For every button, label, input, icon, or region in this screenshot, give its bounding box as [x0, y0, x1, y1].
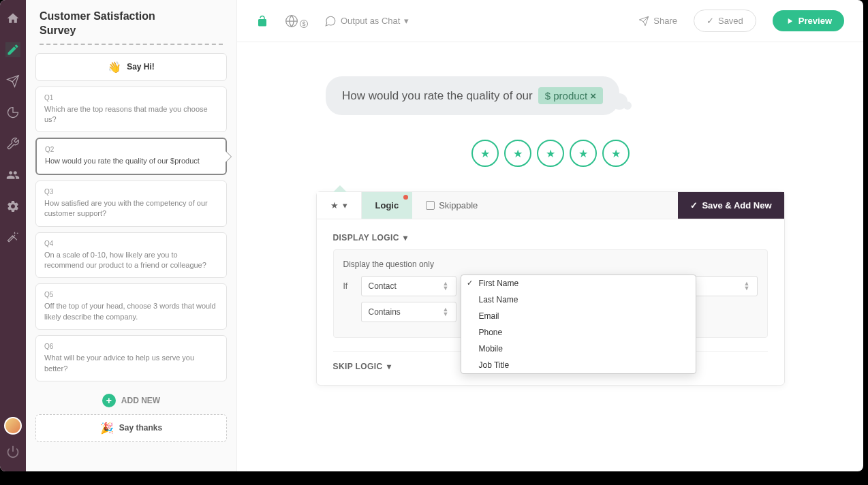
check-icon: ✓ [690, 200, 698, 210]
wand-icon[interactable] [5, 230, 20, 245]
lock-open-icon[interactable] [256, 15, 268, 27]
q-num: Q1 [44, 94, 218, 101]
question-card-q3[interactable]: Q3How satisfied are you with the compete… [35, 181, 227, 227]
nav-rail [0, 0, 26, 471]
dropdown-option[interactable]: Job Title [461, 357, 696, 373]
dropdown-option[interactable]: First Name [461, 275, 696, 292]
question-card-q1[interactable]: Q1Which are the top reasons that made yo… [35, 87, 227, 133]
q-num: Q2 [45, 146, 217, 153]
q-text: How would you rate the quality of our $p… [45, 156, 217, 166]
question-bubble[interactable]: How would you rate the quality of our $ … [326, 76, 619, 115]
team-icon[interactable] [5, 168, 20, 183]
display-logic-helper: Display the question only [343, 260, 758, 269]
remove-variable-icon[interactable]: × [590, 90, 596, 101]
q-num: Q3 [44, 188, 218, 195]
chevron-down-icon: ▾ [343, 200, 347, 210]
dropdown-option[interactable]: Email [461, 308, 696, 324]
q-num: Q5 [44, 291, 218, 298]
question-card-q6[interactable]: Q6What will be your advice to help us se… [35, 335, 227, 381]
star-3[interactable]: ★ [537, 140, 564, 167]
q-num: Q4 [44, 240, 218, 247]
topbar: $ Output as Chat▾ Share ✓Saved Preview [237, 0, 863, 42]
say-hi-label: Say Hi! [127, 62, 155, 72]
chevron-down-icon: ▾ [404, 16, 409, 26]
editor-body: DISPLAY LOGIC▾ Display the question only… [317, 219, 784, 385]
condition-source-select[interactable]: Contact▲▼ [361, 276, 456, 296]
say-thanks-label: Say thanks [119, 423, 162, 433]
q-text: On a scale of 0-10, how likely are you t… [44, 250, 218, 271]
save-add-new-button[interactable]: ✓Save & Add New [678, 192, 784, 219]
avatar[interactable] [4, 417, 22, 435]
plus-icon: + [102, 394, 116, 407]
q-text: How satisfied are you with the competenc… [44, 198, 218, 219]
q-num: Q6 [44, 343, 218, 350]
dropdown-option[interactable]: Mobile [461, 341, 696, 357]
reports-icon[interactable] [5, 105, 20, 120]
save-label: Save & Add New [702, 200, 771, 210]
gear-icon[interactable] [5, 199, 20, 214]
logic-label: Logic [375, 200, 399, 210]
power-icon[interactable] [5, 444, 20, 459]
skippable-label: Skippable [439, 200, 478, 210]
display-logic-header[interactable]: DISPLAY LOGIC▾ [333, 233, 768, 242]
notification-dot [403, 195, 408, 200]
chevron-down-icon: ▾ [387, 362, 391, 371]
logic-editor: ★ ▾ Logic Skippable ✓Save & Add New DISP… [316, 191, 785, 386]
output-label: Output as Chat [341, 16, 400, 26]
send-icon[interactable] [5, 74, 20, 89]
if-label: If [343, 281, 354, 291]
dropdown-option[interactable]: Last Name [461, 292, 696, 308]
q-text: Which are the top reasons that made you … [44, 104, 218, 125]
question-sidebar: Customer Satisfaction Survey 👋Say Hi! Q1… [26, 0, 237, 471]
question-type-tab[interactable]: ★ ▾ [317, 192, 362, 219]
variable-label: $ product [545, 90, 588, 101]
question-card-q2[interactable]: Q2How would you rate the quality of our … [35, 138, 227, 174]
logic-tab[interactable]: Logic [362, 192, 413, 219]
question-card-q4[interactable]: Q4On a scale of 0-10, how likely are you… [35, 232, 227, 279]
question-text: How would you rate the quality of our [342, 89, 533, 103]
select-arrows-icon: ▲▼ [443, 281, 449, 291]
saved-label: Saved [718, 16, 743, 26]
share-label: Share [653, 16, 677, 26]
add-new-button[interactable]: +ADD NEW [35, 387, 227, 414]
star-1[interactable]: ★ [471, 140, 499, 167]
share-button[interactable]: Share [638, 16, 677, 27]
star-4[interactable]: ★ [570, 140, 597, 167]
add-new-label: ADD NEW [121, 396, 160, 405]
condition-operator-select[interactable]: Contains▲▼ [361, 302, 456, 322]
question-card-q5[interactable]: Q5Off the top of your head, choose 3 wor… [35, 283, 227, 330]
main-panel: $ Output as Chat▾ Share ✓Saved Preview H… [237, 0, 863, 471]
survey-title: Customer Satisfaction Survey [35, 10, 227, 44]
display-logic-box: Display the question only If Contact▲▼ F… [333, 249, 768, 338]
preview-label: Preview [799, 16, 832, 26]
output-mode-button[interactable]: Output as Chat▾ [324, 15, 409, 27]
divider [40, 44, 223, 45]
skippable-toggle[interactable]: Skippable [412, 192, 491, 219]
say-thanks-card[interactable]: 🎉Say thanks [35, 414, 227, 442]
party-icon: 🎉 [100, 422, 114, 435]
field-dropdown: First Name Last Name Email Phone Mobile … [461, 275, 696, 374]
star-5[interactable]: ★ [602, 140, 630, 167]
star-rating: ★ ★ ★ ★ ★ [264, 140, 836, 167]
select-arrows-icon: ▲▼ [443, 307, 449, 317]
globe-icon[interactable]: $ [285, 14, 308, 28]
dropdown-option[interactable]: Phone [461, 324, 696, 341]
variable-chip[interactable]: $ product× [538, 87, 603, 104]
canvas: How would you rate the quality of our $ … [237, 42, 863, 471]
preview-button[interactable]: Preview [773, 10, 844, 31]
wave-icon: 👋 [108, 61, 121, 74]
q-text: What will be your advice to help us serv… [44, 353, 218, 374]
select-arrows-icon: ▲▼ [744, 281, 750, 291]
q-text: Off the top of your head, choose 3 words… [44, 301, 218, 322]
editor-tabs: ★ ▾ Logic Skippable ✓Save & Add New [317, 192, 784, 219]
checkbox-icon[interactable] [426, 201, 435, 210]
home-icon[interactable] [5, 11, 20, 26]
settings-icon[interactable] [5, 136, 20, 151]
saved-indicator: ✓Saved [694, 10, 756, 32]
check-icon: ✓ [707, 16, 714, 26]
say-hi-card[interactable]: 👋Say Hi! [35, 53, 227, 81]
edit-icon[interactable] [5, 42, 20, 57]
chevron-down-icon: ▾ [403, 233, 407, 242]
star-2[interactable]: ★ [504, 140, 531, 167]
